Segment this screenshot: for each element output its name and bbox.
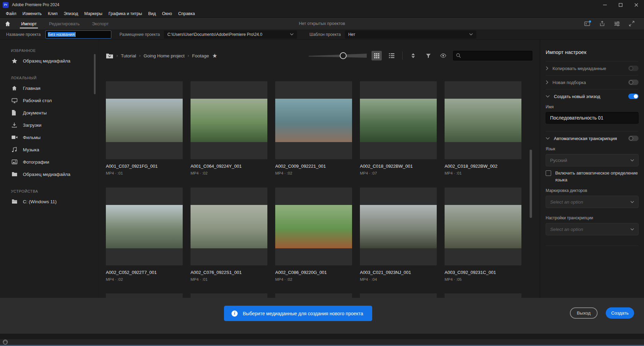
- speaker-labeling-value: Select an option: [550, 199, 583, 205]
- preview-eye-button[interactable]: [438, 51, 448, 60]
- media-format-duration: MP4 · :01: [445, 171, 521, 175]
- sidebar-item[interactable]: Загрузки: [0, 119, 99, 131]
- sidebar-item[interactable]: Фотографии: [0, 156, 99, 168]
- media-card[interactable]: A002_C076_0922S1_001 MP4 · :01: [191, 188, 267, 281]
- tab-экспорт[interactable]: Экспорт: [92, 18, 109, 29]
- language-select[interactable]: Русский: [546, 154, 639, 166]
- create-sequence-section-header[interactable]: Создать новый эпизод: [546, 89, 639, 103]
- places-sidebar: ИЗБРАННОЕ Образец медиафайла ЛОКАЛЬНЫЙ Г…: [0, 40, 99, 298]
- media-format-duration: MP4 · :02: [191, 171, 267, 175]
- auto-detect-language-checkbox[interactable]: [546, 170, 551, 176]
- transcription-section-header[interactable]: Автоматическая транскрипция: [546, 132, 639, 145]
- create-button[interactable]: Создать: [606, 307, 634, 319]
- panel-title: Импорт настроек: [546, 49, 639, 55]
- media-filename: A002_C086_09220G_001: [275, 270, 352, 275]
- speaker-labeling-select[interactable]: Select an option: [546, 196, 639, 208]
- transcription-settings-select[interactable]: Select an option: [546, 223, 639, 235]
- sidebar-item[interactable]: Главная: [0, 82, 99, 94]
- grid-view-button[interactable]: [372, 51, 382, 60]
- maximize-button[interactable]: [613, 0, 628, 10]
- transcription-toggle[interactable]: [628, 136, 639, 141]
- sidebar-scrollbar[interactable]: [94, 54, 96, 94]
- media-card[interactable]: A002_C018_0922BW_001 MP4 · :07: [360, 81, 437, 175]
- photo-icon: [12, 160, 17, 164]
- sidebar-item[interactable]: Фильмы: [0, 131, 99, 143]
- project-settings-row: Название проекта Без названия Размещение…: [0, 29, 644, 40]
- menu-item[interactable]: Окно: [159, 10, 175, 18]
- sidebar-item[interactable]: Образец медиафайла: [0, 168, 99, 180]
- sort-button[interactable]: [408, 51, 418, 60]
- media-card[interactable]: A003_C092_09231C_001 MP4 · :05: [445, 188, 521, 281]
- sidebar-item[interactable]: C: (Windows 11): [0, 195, 99, 208]
- tab-импорт[interactable]: Импорт: [21, 18, 37, 29]
- menu-item[interactable]: Эпизод: [60, 10, 81, 18]
- media-card[interactable]: A001_C064_09224Y_001 MP4 · :02: [191, 81, 267, 175]
- sidebar-item[interactable]: Рабочий стол: [0, 94, 99, 107]
- media-card[interactable]: A002_C086_09220G_001 MP4 · :02: [275, 188, 352, 281]
- info-icon: i: [232, 310, 238, 317]
- menu-item[interactable]: Файл: [3, 10, 19, 18]
- project-name-input[interactable]: Без названия: [45, 30, 111, 39]
- new-bin-section-header[interactable]: Новая подборка: [546, 75, 639, 89]
- list-view-button[interactable]: [387, 51, 397, 60]
- folder-chevron-icon[interactable]: [106, 53, 113, 59]
- sequence-name-label: Имя: [546, 105, 639, 109]
- media-card[interactable]: A003_C021_0923NJ_001 MP4 · :04: [360, 188, 437, 281]
- media-card[interactable]: A001_C037_0921FG_001 MP4 · :01: [106, 81, 183, 175]
- sequence-name-input[interactable]: [546, 112, 639, 124]
- filter-button[interactable]: [423, 51, 433, 60]
- minimize-button[interactable]: [597, 0, 613, 10]
- footer-bar: i Выберите медиаданные для создания ново…: [0, 298, 644, 334]
- workspace-button[interactable]: [584, 21, 590, 26]
- next-row-partial: [106, 293, 521, 298]
- copy-media-toggle[interactable]: [628, 66, 639, 71]
- sidebar-item-label: Рабочий стол: [23, 98, 52, 103]
- sidebar-item-label: Образец медиафайла: [23, 58, 70, 64]
- chevron-down-icon: [630, 228, 634, 231]
- project-location-select[interactable]: C:\Users\User\Documents\Adobe\Premiere P…: [164, 30, 297, 39]
- favorite-star-icon[interactable]: ★: [212, 53, 217, 59]
- exit-button[interactable]: Выход: [570, 307, 597, 319]
- menu-item[interactable]: Маркеры: [81, 10, 106, 18]
- media-format-duration: MP4 · :05: [445, 277, 521, 281]
- project-name-label: Название проекта: [6, 32, 41, 37]
- transcription-label: Автоматическая транскрипция: [554, 136, 624, 141]
- menu-item[interactable]: Справка: [175, 10, 198, 18]
- media-card[interactable]: A002_C052_0922T7_001 MP4 · :02: [106, 188, 183, 281]
- sidebar-section: ИЗБРАННОЕ Образец медиафайла: [0, 49, 99, 67]
- sidebar-item[interactable]: Музыка: [0, 143, 99, 156]
- close-button[interactable]: [628, 0, 644, 10]
- settings-sliders-button[interactable]: [614, 21, 620, 26]
- breadcrumb-item[interactable]: Tutorial: [121, 53, 136, 58]
- copy-media-section-header[interactable]: Копировать медиаданные: [546, 61, 639, 75]
- media-card[interactable]: A002_C009_092221_001 MP4 · :02: [275, 81, 352, 175]
- sidebar-item[interactable]: Образец медиафайла: [0, 55, 99, 67]
- media-filename: A002_C052_0922T7_001: [106, 270, 183, 275]
- menu-item[interactable]: Изменить: [19, 10, 45, 18]
- media-grid-scrollbar[interactable]: [530, 150, 532, 218]
- share-button[interactable]: [599, 21, 605, 27]
- search-input[interactable]: [453, 51, 532, 60]
- create-sequence-toggle[interactable]: [628, 94, 639, 99]
- chevron-down-icon: [290, 33, 294, 36]
- project-template-label: Шаблон проекта: [309, 32, 341, 37]
- home-button[interactable]: [0, 18, 15, 29]
- media-thumbnail: [275, 81, 352, 159]
- menu-item[interactable]: Клип: [45, 10, 60, 18]
- project-template-select[interactable]: Нет: [345, 30, 476, 39]
- breadcrumb-item[interactable]: Footage: [192, 53, 209, 58]
- breadcrumb-item[interactable]: Going Home project: [144, 53, 185, 58]
- fullscreen-button[interactable]: [629, 21, 634, 26]
- new-bin-toggle[interactable]: [628, 80, 639, 85]
- menu-item[interactable]: Графика и титры: [106, 10, 145, 18]
- media-card[interactable]: A002_C018_0922BW_002 MP4 · :01: [445, 81, 521, 175]
- tab-редактировать[interactable]: Редактировать: [49, 18, 80, 29]
- thumbnail-size-slider[interactable]: [308, 51, 367, 60]
- sidebar-item[interactable]: Документы: [0, 107, 99, 119]
- speaker-labeling-label: Маркировка дикторов: [546, 188, 639, 193]
- menu-item[interactable]: Вид: [145, 10, 159, 18]
- mode-tabs: ИмпортРедактироватьЭкспорт: [21, 18, 109, 29]
- creative-cloud-icon[interactable]: [3, 340, 8, 345]
- media-thumbnail: [445, 81, 521, 159]
- chevron-right-icon: [546, 80, 548, 84]
